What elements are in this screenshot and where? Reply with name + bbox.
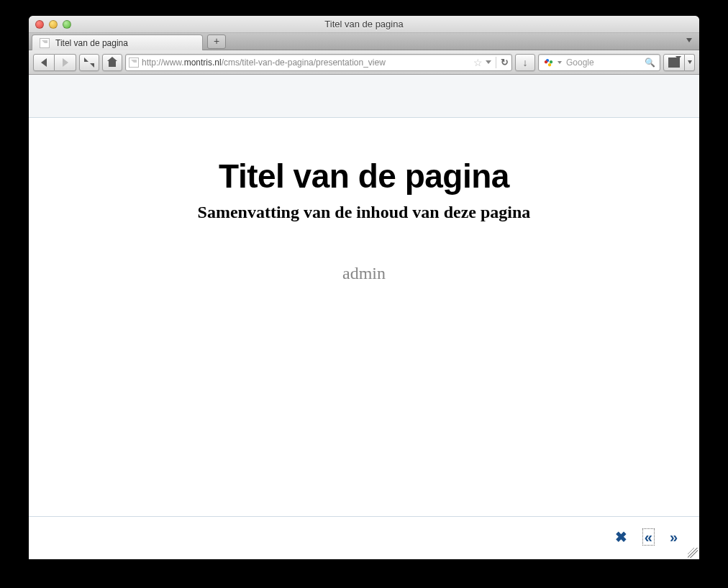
next-slide-button[interactable]: » — [670, 530, 678, 544]
resize-grip[interactable] — [688, 548, 698, 558]
bookmarks-button[interactable] — [663, 54, 685, 71]
chevron-left-icon — [41, 58, 47, 67]
url-host: montris.nl — [184, 58, 222, 68]
navigation-toolbar: http://www.montris.nl/cms/titel-van-de-p… — [29, 50, 699, 75]
page-icon — [40, 38, 50, 48]
search-bar[interactable]: ●●●● Google 🔍 — [538, 54, 660, 71]
tab-label: Titel van de pagina — [55, 38, 128, 48]
page-content: Titel van de pagina Samenvatting van de … — [29, 75, 699, 559]
url-path: /cms/titel-van-de-pagina/presentation_vi… — [222, 58, 386, 68]
tab-list-dropdown[interactable] — [686, 38, 692, 42]
url-history-dropdown[interactable] — [486, 60, 491, 64]
page-subheading: Samenvatting van de inhoud van deze pagi… — [29, 203, 699, 222]
magnifier-icon: 🔍 — [645, 58, 655, 68]
presentation-slide: Titel van de pagina Samenvatting van de … — [29, 118, 699, 516]
bookmarks-menu-button — [663, 54, 695, 71]
browser-window: Titel van de pagina Titel van de pagina … — [29, 16, 699, 559]
home-button[interactable] — [102, 54, 122, 71]
window-controls — [35, 20, 71, 29]
close-presentation-button[interactable]: ✖ — [615, 530, 627, 544]
presentation-controls: ✖ « » — [615, 529, 678, 545]
page-author: admin — [29, 264, 699, 283]
search-placeholder: Google — [566, 58, 640, 68]
page-icon — [129, 58, 139, 68]
bookmarks-icon — [668, 58, 680, 68]
url-text: http://www.montris.nl/cms/titel-van-de-p… — [142, 58, 470, 68]
bookmark-star-icon[interactable]: ☆ — [473, 57, 483, 68]
window-title: Titel van de pagina — [324, 19, 403, 29]
downloads-button[interactable]: ↓ — [515, 54, 535, 71]
divider — [496, 57, 496, 68]
page-heading: Titel van de pagina — [29, 157, 699, 196]
fullscreen-icon — [84, 58, 94, 68]
titlebar: Titel van de pagina — [29, 16, 699, 33]
url-prefix: http://www. — [142, 58, 184, 68]
nav-back-forward — [33, 54, 76, 71]
fullscreen-button[interactable] — [79, 54, 99, 71]
browser-tab[interactable]: Titel van de pagina — [32, 35, 203, 50]
prev-slide-button[interactable]: « — [643, 529, 654, 545]
chevron-down-icon — [688, 60, 692, 64]
top-banner — [29, 75, 699, 118]
new-tab-button[interactable]: + — [207, 35, 226, 49]
zoom-window-button[interactable] — [63, 20, 71, 29]
google-icon: ●●●● — [543, 58, 553, 68]
tab-strip: Titel van de pagina + — [29, 33, 699, 50]
reload-button[interactable]: ↻ — [501, 57, 509, 68]
back-button[interactable] — [33, 54, 55, 71]
forward-button[interactable] — [55, 54, 76, 71]
bookmarks-dropdown[interactable] — [685, 54, 695, 71]
close-window-button[interactable] — [35, 20, 44, 29]
url-bar[interactable]: http://www.montris.nl/cms/titel-van-de-p… — [125, 54, 512, 71]
download-icon: ↓ — [523, 57, 528, 68]
search-engine-dropdown[interactable] — [558, 61, 562, 64]
presentation-footer: ✖ « » — [29, 516, 699, 559]
chevron-right-icon — [63, 58, 68, 67]
minimize-window-button[interactable] — [49, 20, 58, 29]
home-icon — [107, 58, 117, 67]
